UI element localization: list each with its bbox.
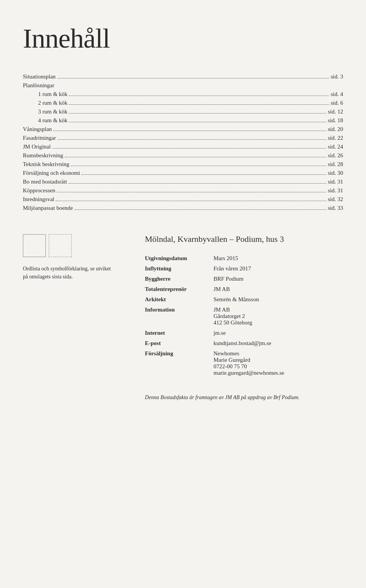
toc-dots (57, 192, 326, 192)
toc-label: Våningsplan (23, 126, 52, 133)
info-row-value: NewhomesMarie Guregård0722-00 75 70marie… (214, 348, 343, 378)
toc-item: JM Originalsid. 24 (23, 144, 343, 150)
info-row: E-postkundtjanst.bostad@jm.se (145, 338, 343, 348)
info-row-value: Mars 2015 (214, 253, 343, 264)
toc-item: 4 rum & köksid. 18 (23, 117, 343, 124)
toc-label: Teknisk beskrivning (23, 161, 69, 168)
symbol-legend: Ordlista och symbolförklaring, se utvike… (23, 234, 130, 281)
info-row-value: JM ABGårdatorget 2412 50 Göteborg (214, 305, 343, 328)
toc-label: Planlösningar (23, 82, 55, 89)
toc-dots (56, 201, 326, 201)
info-row-label: Inflyttning (145, 264, 214, 274)
toc-label: Försäljning och ekonomi (23, 170, 80, 176)
toc-item: Försäljning och ekonomisid. 30 (23, 170, 343, 176)
toc-dots (69, 122, 326, 122)
toc-page: sid. 3 (331, 74, 343, 80)
bottom-section: Ordlista och symbolförklaring, se utvike… (23, 234, 343, 402)
toc-dots (74, 209, 326, 210)
toc-label: 2 rum & kök (38, 100, 67, 106)
toc-page: sid. 31 (328, 179, 343, 185)
info-row-label: E-post (145, 338, 214, 348)
toc-label: Situationsplan (23, 74, 56, 80)
symbol-rect-solid (23, 234, 46, 257)
toc-page: sid. 20 (328, 126, 343, 133)
toc-dots (65, 157, 326, 157)
info-row: InformationJM ABGårdatorget 2412 50 Göte… (145, 305, 343, 328)
toc-label: Köpprocessen (23, 187, 55, 194)
toc-label: Rumsbeskrivning (23, 152, 63, 159)
toc-label: 3 rum & kök (38, 109, 67, 115)
info-row-value: BRF Podium (214, 274, 343, 284)
toc-dots (52, 148, 326, 149)
toc-page: sid. 30 (328, 170, 343, 176)
toc-item: 2 rum & köksid. 6 (23, 100, 343, 106)
toc-item: Planlösningar (23, 82, 343, 89)
toc-item: Situationsplansid. 3 (23, 74, 343, 80)
toc-label: Miljöanpassat boende (23, 205, 73, 211)
toc-label: Bo med bostadsrätt (23, 179, 67, 185)
info-row: ByggherreBRF Podium (145, 274, 343, 284)
toc-item: Fasadritningarsid. 22 (23, 135, 343, 141)
toc-dots (69, 183, 326, 184)
symbol-box (23, 234, 130, 257)
info-row: ArkitektSemrén & Månsson (145, 294, 343, 305)
info-row: UtgivningsdatumMars 2015 (145, 253, 343, 264)
toc-page: sid. 4 (331, 91, 343, 97)
info-row: TotalentreprenörJM AB (145, 284, 343, 294)
toc-label: Inredningsval (23, 196, 54, 203)
toc-page: sid. 26 (328, 152, 343, 159)
toc-page: sid. 12 (328, 109, 343, 115)
toc-dots (57, 78, 329, 78)
info-row-label: Information (145, 305, 214, 328)
toc-item: Teknisk beskrivningsid. 28 (23, 161, 343, 168)
info-row: InflyttningFrån våren 2017 (145, 264, 343, 274)
toc-dots (58, 139, 326, 140)
info-row: FörsäljningNewhomesMarie Guregård0722-00… (145, 348, 343, 378)
info-row-label: Försäljning (145, 348, 214, 378)
info-row-label: Arkitekt (145, 294, 214, 305)
toc-item: Inredningsvalsid. 32 (23, 196, 343, 203)
toc-item: Miljöanpassat boendesid. 33 (23, 205, 343, 211)
table-of-contents: Situationsplansid. 3Planlösningar1 rum &… (23, 74, 343, 211)
toc-label: 1 rum & kök (38, 91, 67, 97)
info-row-label: Byggherre (145, 274, 214, 284)
info-row-label: Totalentreprenör (145, 284, 214, 294)
building-title: Mölndal, Kvarnbyvallen – Podium, hus 3 (145, 234, 343, 244)
building-info: Mölndal, Kvarnbyvallen – Podium, hus 3 U… (145, 234, 343, 402)
toc-label: JM Original (23, 144, 51, 150)
toc-dots (69, 113, 326, 113)
toc-page: sid. 31 (328, 187, 343, 194)
toc-page: sid. 18 (328, 117, 343, 124)
toc-dots (53, 131, 326, 131)
info-row-value: kundtjanst.bostad@jm.se (214, 338, 343, 348)
toc-dots (82, 174, 326, 175)
toc-item: Bo med bostadsrättsid. 31 (23, 179, 343, 185)
toc-page: sid. 33 (328, 205, 343, 211)
toc-dots (69, 96, 329, 96)
info-row-value: jm.se (214, 328, 343, 338)
toc-item: 3 rum & köksid. 12 (23, 109, 343, 115)
info-row-value: Från våren 2017 (214, 264, 343, 274)
toc-page: sid. 32 (328, 196, 343, 203)
page-title: Innehåll (23, 23, 343, 54)
toc-item: 1 rum & köksid. 4 (23, 91, 343, 97)
info-row-label: Internet (145, 328, 214, 338)
toc-item: Våningsplansid. 20 (23, 126, 343, 133)
toc-dots (71, 166, 326, 166)
toc-page: sid. 6 (331, 100, 343, 106)
toc-page: sid. 24 (328, 144, 343, 150)
info-row-label: Utgivningsdatum (145, 253, 214, 264)
symbol-rect-dashed (49, 234, 72, 257)
toc-label: 4 rum & kök (38, 117, 67, 124)
footer-note: Denna Bostadsfakta är framtagen av JM AB… (145, 393, 343, 402)
toc-item: Köpprocessensid. 31 (23, 187, 343, 194)
info-row-value: Semrén & Månsson (214, 294, 343, 305)
toc-item: Rumsbeskrivningsid. 26 (23, 152, 343, 159)
toc-label: Fasadritningar (23, 135, 56, 141)
info-row: Internetjm.se (145, 328, 343, 338)
ordlista-text: Ordlista och symbolförklaring, se utvike… (23, 265, 114, 281)
toc-dots (69, 104, 329, 105)
toc-page: sid. 28 (328, 161, 343, 168)
toc-page: sid. 22 (328, 135, 343, 141)
info-table: UtgivningsdatumMars 2015InflyttningFrån … (145, 253, 343, 378)
